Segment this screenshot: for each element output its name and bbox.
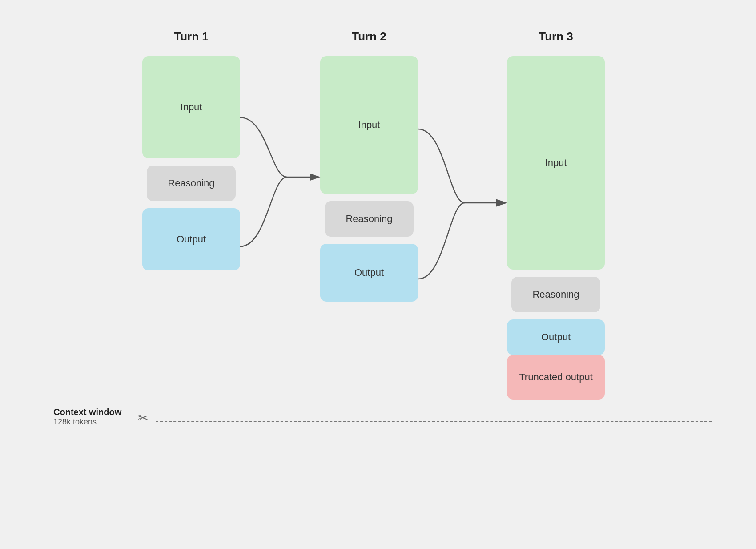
turn3-column: Turn 3 Input Reasoning Output Truncated …: [507, 30, 605, 400]
context-window-subtitle: 128k tokens: [53, 417, 121, 427]
turn3-truncated-block: Truncated output: [507, 355, 605, 400]
turn2-label: Turn 2: [352, 30, 386, 44]
turn1-reasoning-block: Reasoning: [147, 166, 236, 201]
turn3-input-label: Input: [545, 157, 567, 169]
context-window-label: Context window 128k tokens: [53, 407, 121, 427]
turn3-output-label: Output: [541, 331, 571, 343]
scissors-icon: ✂: [138, 411, 148, 425]
turn2-output-block: Output: [320, 244, 418, 302]
turn2-column: Turn 2 Input Reasoning Output: [320, 30, 418, 302]
context-dashed-line: [156, 421, 712, 422]
turn2-reasoning-block: Reasoning: [325, 201, 414, 237]
turn3-reasoning-label: Reasoning: [532, 289, 579, 300]
turn1-reasoning-label: Reasoning: [168, 178, 214, 189]
turn1-output-label: Output: [177, 234, 206, 245]
turn3-truncated-label: Truncated output: [519, 371, 593, 384]
turn1-output-block: Output: [142, 208, 240, 270]
context-window-title: Context window: [53, 407, 121, 417]
turn3-label: Turn 3: [539, 30, 573, 44]
turn2-input-block: Input: [320, 56, 418, 194]
turn2-reasoning-label: Reasoning: [346, 213, 392, 225]
turn1-label: Turn 1: [174, 30, 209, 44]
turn3-input-block: Input: [507, 56, 605, 270]
turn3-reasoning-block: Reasoning: [511, 277, 600, 312]
turn1-input-block: Input: [142, 56, 240, 158]
turn1-column: Turn 1 Input Reasoning Output: [142, 30, 240, 270]
turn2-input-label: Input: [358, 119, 380, 131]
turn3-output-block: Output: [507, 319, 605, 355]
turn1-input-label: Input: [181, 101, 202, 113]
turn2-output-label: Output: [354, 267, 384, 279]
diagram-container: Turn 1 Input Reasoning Output Turn 2 Inp…: [44, 30, 712, 519]
